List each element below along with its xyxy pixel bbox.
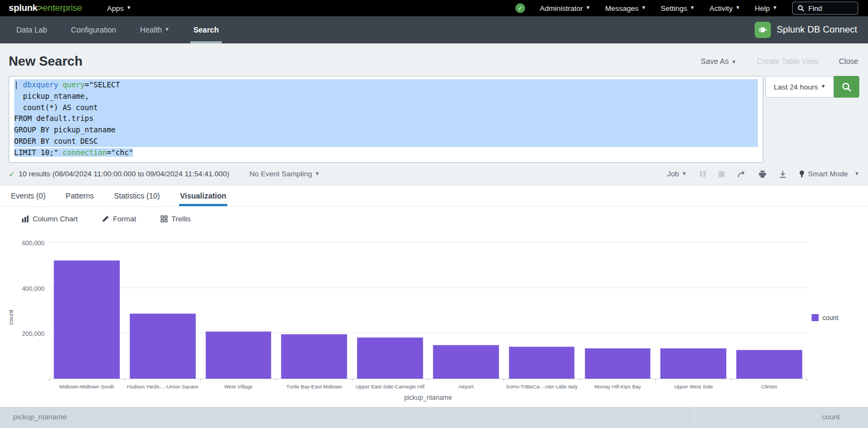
x-category-label: Murray Hill-Kips Bay: [580, 384, 656, 389]
app-nav-bar: Data Lab Configuration Health▼ Search Sp…: [0, 16, 868, 43]
chart-bar[interactable]: [281, 334, 347, 379]
save-as-button[interactable]: Save As▼: [701, 57, 736, 66]
time-range-picker[interactable]: Last 24 hours▼: [765, 76, 834, 98]
x-tick: [580, 379, 656, 382]
health-status-icon[interactable]: ✓: [515, 3, 525, 13]
find-input[interactable]: [808, 4, 854, 12]
results-summary: 10 results (08/04/2024 11:00:00.000 to 0…: [18, 170, 229, 178]
db-connect-plug-icon: [755, 22, 771, 38]
top-system-bar: splunk>enterprise Apps▼ ✓ Administrator▼…: [0, 0, 868, 16]
chevron-down-icon: ▼: [773, 5, 777, 10]
chart-bar[interactable]: [130, 314, 196, 379]
tab-statistics[interactable]: Statistics (10): [114, 186, 160, 206]
chevron-down-icon: ▼: [315, 171, 320, 176]
page-title: New Search: [9, 54, 82, 69]
export-download-button[interactable]: [779, 170, 787, 178]
x-category-label: Clinton: [731, 384, 807, 389]
chart-bar[interactable]: [433, 345, 499, 379]
search-section: New Search Save As▼ Create Table View Cl…: [0, 43, 868, 186]
x-category-label: Midtown-Midtown South: [49, 384, 125, 389]
messages-menu[interactable]: Messages▼: [605, 4, 646, 12]
help-menu[interactable]: Help▼: [755, 4, 777, 12]
chevron-down-icon: ▼: [731, 59, 736, 65]
stop-button[interactable]: [718, 171, 725, 177]
search-icon: [841, 82, 852, 92]
nav-item-configuration[interactable]: Configuration: [59, 16, 128, 43]
tab-patterns[interactable]: Patterns: [66, 186, 94, 206]
pause-button[interactable]: [699, 170, 706, 177]
column-chart-icon: [22, 215, 29, 222]
legend-label: count: [822, 314, 838, 322]
x-axis-ticks: [49, 379, 807, 382]
chevron-down-icon: ▼: [854, 171, 859, 176]
y-tick-label: 600,000: [22, 240, 44, 246]
query-line: FROM default.trips: [14, 113, 758, 124]
chart-legend[interactable]: count: [807, 314, 868, 322]
x-category-label: West Village: [201, 384, 277, 389]
chevron-down-icon: ▼: [735, 5, 740, 10]
app-identity[interactable]: Splunk DB Connect: [755, 16, 868, 43]
logo-gt: >: [37, 3, 43, 13]
chevron-down-icon: ▼: [682, 171, 687, 176]
x-category-label: Hudson Yards-...-Union Square: [125, 384, 201, 389]
column-header-pickup-ntaname[interactable]: pickup_ntaname: [0, 407, 694, 428]
tab-visualization[interactable]: Visualization: [180, 186, 226, 206]
query-line: LIMIT 10;" connection="chc": [14, 147, 758, 158]
event-sampling-menu[interactable]: No Event Sampling▼: [250, 170, 320, 178]
x-tick: [125, 379, 201, 382]
query-line: | dbxquery query="SELECT: [14, 79, 758, 91]
chart-bar[interactable]: [736, 350, 802, 379]
settings-menu[interactable]: Settings▼: [661, 4, 695, 12]
nav-item-search[interactable]: Search: [182, 16, 231, 43]
apps-menu[interactable]: Apps▼: [107, 4, 131, 12]
activity-menu[interactable]: Activity▼: [710, 4, 741, 12]
logo-brand: splunk: [9, 3, 37, 13]
x-axis-labels: Midtown-Midtown SouthHudson Yards-...-Un…: [49, 384, 807, 389]
chart-bar[interactable]: [585, 348, 651, 379]
chevron-down-icon: ▼: [641, 5, 646, 10]
y-axis-title: count: [8, 310, 14, 325]
search-mode-menu[interactable]: Smart Mode▼: [799, 170, 859, 178]
job-menu[interactable]: Job▼: [667, 170, 687, 178]
tab-events[interactable]: Events (0): [11, 186, 46, 206]
lightbulb-icon: [799, 170, 805, 178]
administrator-menu[interactable]: Administrator▼: [540, 4, 590, 12]
create-table-view-button[interactable]: Create Table View: [757, 57, 818, 66]
column-chart: count 200,000400,000600,000 Midtown-Midt…: [0, 227, 868, 401]
x-tick: [353, 379, 429, 382]
chart-bar[interactable]: [206, 331, 272, 379]
visualization-toolbar: Column Chart Format Trellis: [0, 207, 868, 227]
success-check-icon: ✓: [9, 170, 15, 178]
nav-item-health[interactable]: Health▼: [128, 16, 181, 43]
chart-bar[interactable]: [660, 348, 726, 379]
chart-bar[interactable]: [54, 260, 120, 379]
nav-item-data-lab[interactable]: Data Lab: [4, 16, 59, 43]
chevron-down-icon: ▼: [126, 5, 131, 10]
y-tick-label: 200,000: [22, 330, 44, 337]
run-search-button[interactable]: [834, 76, 859, 98]
x-tick: [49, 379, 125, 382]
query-line: count(*) AS count: [14, 102, 758, 113]
close-button[interactable]: Close: [839, 57, 858, 66]
find-search-box[interactable]: [792, 2, 858, 15]
legend-swatch: [812, 314, 819, 321]
share-button[interactable]: [737, 170, 746, 178]
chart-bar[interactable]: [509, 347, 575, 379]
search-query-input[interactable]: | dbxquery query="SELECT pickup_ntaname,…: [9, 76, 763, 163]
chart-type-picker[interactable]: Column Chart: [22, 215, 78, 223]
print-button[interactable]: [758, 170, 767, 178]
x-category-label: Airport: [428, 384, 504, 389]
splunk-logo[interactable]: splunk>enterprise: [0, 3, 91, 14]
y-axis-ticks: 200,000400,000600,000: [14, 238, 49, 379]
format-button[interactable]: Format: [102, 215, 136, 223]
pencil-icon: [102, 215, 109, 222]
query-line: GROUP BY pickup_ntaname: [14, 124, 758, 136]
chart-plot: [49, 238, 807, 379]
column-header-count[interactable]: count: [694, 407, 868, 428]
x-tick: [504, 379, 580, 382]
trellis-button[interactable]: Trellis: [161, 215, 191, 223]
logo-product: enterprise: [43, 3, 82, 13]
x-category-label: Upper West Side: [655, 384, 731, 389]
chevron-down-icon: ▼: [690, 5, 695, 10]
chart-bar[interactable]: [357, 337, 423, 379]
